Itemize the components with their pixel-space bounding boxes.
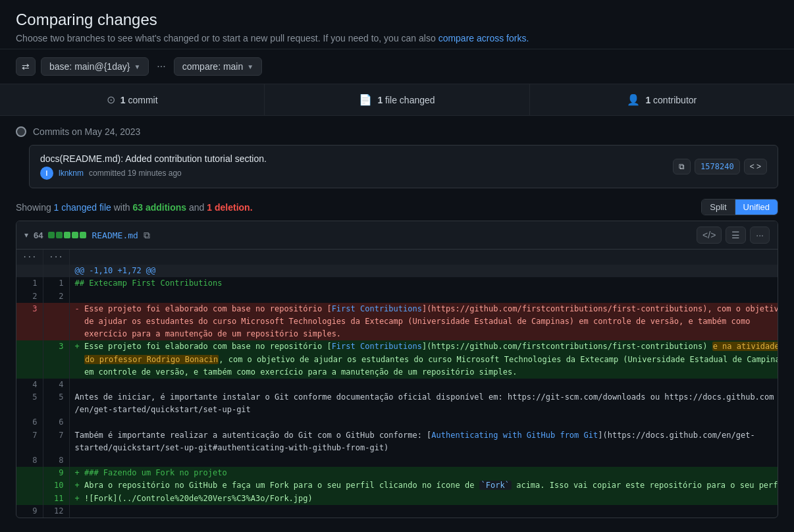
commit-actions: ⧉ 1578240 < > (673, 159, 767, 174)
table-row: exercício para a manutenção de um reposi… (16, 328, 778, 340)
line-num-right: 7 (43, 429, 69, 442)
commit-time: committed 19 minutes ago (89, 169, 182, 178)
file-diff: ▾ 64 README.md ⧉ </> ☰ ··· (16, 221, 778, 518)
line-num-right: 6 (43, 416, 69, 429)
line-num-right (43, 366, 69, 379)
line-num-left: 5 (16, 391, 43, 404)
page-header: Comparing changes Choose two branches to… (0, 0, 794, 49)
deletions-count: 1 deletion. (207, 202, 252, 213)
line-num-right (43, 328, 69, 340)
commit-card: docs(README.md): Added contribution tuto… (29, 145, 778, 188)
line-content (69, 290, 778, 303)
line-content: + ![Fork](../Controle%20de%20Vers%C3%A3o… (69, 492, 778, 505)
line-content (69, 250, 778, 265)
line-num-left: 8 (16, 454, 43, 467)
line-content: de ajudar os estudantes do curso Microso… (69, 315, 778, 328)
line-content (69, 379, 778, 391)
table-row: ··· ··· (16, 250, 778, 265)
additions-bar (48, 232, 86, 238)
line-num-left (16, 366, 43, 379)
commits-stat: ⊙ 1 commit (0, 84, 265, 115)
commit-hash: 1578240 (695, 159, 740, 174)
changed-file-link[interactable]: 1 changed file (54, 202, 111, 213)
more-options-button[interactable]: ··· (750, 226, 770, 244)
copy-commit-button[interactable]: ⧉ (673, 159, 691, 174)
addition-block-3 (64, 232, 70, 238)
line-num-left (16, 492, 43, 505)
line-content (69, 416, 778, 429)
line-num-right (43, 265, 69, 277)
file-name-link[interactable]: README.md (92, 230, 138, 240)
split-view-button[interactable]: Split (702, 200, 735, 215)
line-num-left: 1 (16, 277, 43, 290)
diff-section: Showing 1 changed file with 63 additions… (0, 199, 794, 532)
diff-summary-text: Showing 1 changed file with 63 additions… (16, 202, 253, 213)
compare-branch-button[interactable]: compare: main ▼ (174, 57, 263, 76)
file-diff-header-left: ▾ 64 README.md ⧉ (24, 230, 150, 241)
addition-block-1 (48, 232, 55, 238)
line-num-right: ··· (43, 250, 69, 265)
page-subtitle: Choose two branches to see what's change… (16, 33, 778, 43)
base-branch-chevron-icon: ▼ (134, 63, 140, 70)
addition-block-4 (72, 232, 78, 238)
line-content: /en/get-started/quickstart/set-up-git (69, 404, 778, 416)
unified-view-button[interactable]: Unified (735, 200, 778, 215)
table-row: 8 8 (16, 454, 778, 467)
commit-author-link[interactable]: lknknm (59, 169, 84, 178)
line-num-right: 8 (43, 454, 69, 467)
swap-branches-button[interactable]: ⇄ (16, 57, 36, 76)
table-row: em controle de versão, e também como exe… (16, 366, 778, 379)
line-num-left (16, 467, 43, 479)
line-content: do professor Rodrigo Bonacin, com o obje… (69, 354, 778, 366)
line-num-right (43, 303, 69, 315)
base-branch-button[interactable]: base: main@{1day} ▼ (41, 57, 149, 76)
table-row: started/quickstart/set-up-git#authentica… (16, 442, 778, 454)
view-file-button[interactable]: </> (697, 226, 722, 244)
line-content: Antes de iniciar, é importante instalar … (69, 391, 778, 404)
table-row: 4 4 (16, 379, 778, 391)
browse-commit-button[interactable]: < > (744, 159, 767, 174)
contributors-stat: 👤 1 contributor (530, 84, 794, 115)
line-num-right (43, 404, 69, 416)
stats-bar: ⊙ 1 commit 📄 1 file changed 👤 1 contribu… (0, 84, 794, 116)
branch-separator: ··· (154, 58, 168, 75)
line-num-left: 7 (16, 429, 43, 442)
compare-branch-label: compare: main (182, 61, 244, 72)
line-num-left (16, 442, 43, 454)
file-expand-chevron-icon[interactable]: ▾ (24, 230, 28, 240)
line-num-left: ··· (16, 250, 43, 265)
commit-icon: ⊙ (107, 93, 115, 106)
table-row: /en/get-started/quickstart/set-up-git (16, 404, 778, 416)
table-row: 10 + Abra o repositório no GitHub e faça… (16, 479, 778, 492)
line-content: Também é importante realizar a autentica… (69, 429, 778, 442)
raw-button[interactable]: ☰ (726, 226, 746, 244)
copy-path-button[interactable]: ⧉ (144, 230, 150, 241)
line-num-left (16, 328, 43, 340)
line-num-right (43, 442, 69, 454)
line-content: ## Extecamp First Contributions (69, 277, 778, 290)
line-num-left: 3 (16, 303, 43, 315)
table-row: 3 + Esse projeto foi elaborado com base … (16, 340, 778, 353)
addition-block-5 (80, 232, 86, 238)
line-num-left (16, 404, 43, 416)
line-content: + Abra o repositório no GitHub e faça um… (69, 479, 778, 492)
line-num-left (16, 340, 43, 353)
line-num-right: 9 (43, 467, 69, 479)
table-row: 6 6 (16, 416, 778, 429)
compare-forks-link[interactable]: compare across forks. (438, 33, 529, 43)
additions-count: 63 additions (132, 202, 186, 213)
commits-count: 1 commit (120, 95, 158, 105)
line-num-left: 9 (16, 505, 43, 518)
file-diff-header: ▾ 64 README.md ⧉ </> ☰ ··· (16, 221, 778, 250)
line-num-left (16, 354, 43, 366)
view-toggle: Split Unified (701, 199, 778, 215)
avatar: l (40, 167, 53, 180)
table-row: 11 + ![Fork](../Controle%20de%20Vers%C3%… (16, 492, 778, 505)
line-content (69, 505, 778, 518)
commit-info-left: docs(README.md): Added contribution tuto… (40, 153, 267, 180)
line-content: + ### Fazendo um Fork no projeto (69, 467, 778, 479)
diff-table: ··· ··· @@ -1,10 +1,72 @@ 1 1 ## Ex (16, 250, 778, 518)
commit-dot-icon (16, 126, 26, 137)
line-num-left: 6 (16, 416, 43, 429)
line-num-left: 2 (16, 290, 43, 303)
